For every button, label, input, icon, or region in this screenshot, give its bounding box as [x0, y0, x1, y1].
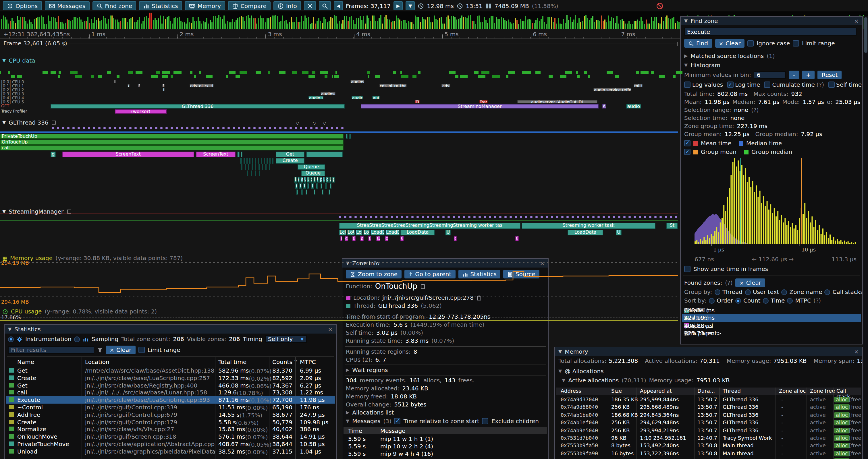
zone-bar[interactable]: U — [329, 177, 332, 183]
zone-bar[interactable] — [241, 164, 242, 170]
self-time-checkbox[interactable] — [828, 81, 834, 88]
zone-bar[interactable]: U — [304, 177, 306, 183]
zone-bar[interactable] — [114, 80, 116, 83]
collapse-icon[interactable]: ▼ — [346, 419, 349, 424]
prev-frame-button[interactable]: ◀ — [334, 1, 343, 10]
zone-bar[interactable]: Streaming worker task — [522, 223, 655, 229]
table-row[interactable]: OnTouchMovejni/../jni/src/guif/Screen.cp… — [6, 433, 335, 440]
table-row[interactable]: Executejni/../jni/src/claw/base/LuaScrip… — [6, 396, 335, 403]
lock-marker[interactable] — [339, 216, 341, 218]
zone-bar[interactable] — [247, 170, 248, 176]
zone-bar[interactable]: LoU — [363, 230, 370, 235]
zone-bar[interactable]: i — [313, 177, 316, 183]
alloc-callstack-button[interactable]: alloc — [834, 451, 849, 456]
zone-bar[interactable] — [272, 158, 273, 164]
zone-bar[interactable] — [325, 183, 327, 189]
zone-bar[interactable]: LoadDaU — [371, 230, 385, 235]
alloc-callstack-button[interactable]: alloc — [834, 397, 849, 402]
zone-bar[interactable]: aut — [372, 96, 380, 99]
column-header-zone-free[interactable]: Zone free — [810, 388, 835, 394]
filter-clear-button[interactable]: ×Clear — [106, 346, 135, 354]
lock-marker[interactable] — [176, 127, 178, 129]
toolbar-button-memory[interactable]: Memory — [185, 1, 225, 10]
zone-bar[interactable]: p — [319, 177, 322, 183]
zone-bar[interactable]: c — [454, 236, 457, 241]
zone-bar[interactable] — [255, 164, 256, 170]
lock-marker[interactable] — [411, 216, 413, 218]
zone-bar[interactable] — [258, 164, 260, 170]
zone-bar[interactable]: audiose — [320, 92, 336, 95]
lock-marker[interactable] — [207, 127, 209, 129]
lock-marker[interactable] — [484, 216, 486, 218]
table-row[interactable]: calljni/../jni/../../../src/claw/base/Lu… — [6, 389, 335, 396]
table-row[interactable]: Createjni/../jni/src/guif/Control.cpp:17… — [6, 418, 335, 426]
zone-bar[interactable]: E — [311, 183, 314, 189]
zone-bar[interactable] — [241, 152, 242, 157]
zone-bar[interactable] — [322, 190, 323, 195]
lock-marker[interactable] — [248, 127, 250, 129]
reset-button[interactable]: Reset — [818, 71, 842, 79]
allocation-row[interactable]: 0x7553b9fa9016 bytes153,722,396ns13:50.8… — [556, 450, 861, 458]
zone-bar[interactable]: c| — [360, 236, 364, 241]
stat-zone-name[interactable]: Create — [17, 375, 36, 381]
alloc-address[interactable]: 0x74a9d68040 — [561, 404, 598, 410]
sort-by-mtpc-radio[interactable] — [787, 298, 793, 303]
mean-time-checkbox[interactable] — [684, 140, 690, 146]
zone-bar[interactable] — [252, 158, 253, 164]
sampling-radio[interactable] — [74, 336, 80, 342]
lock-marker[interactable] — [453, 216, 455, 218]
lock-marker[interactable] — [561, 216, 563, 218]
help-marker[interactable]: (?) — [813, 297, 821, 304]
lock-marker[interactable] — [315, 127, 318, 129]
alloc-callstack-button[interactable]: alloc — [834, 404, 849, 410]
lock-marker[interactable] — [269, 127, 271, 129]
lock-marker[interactable] — [664, 216, 667, 218]
goto-frame-button[interactable] — [319, 1, 331, 10]
lock-marker[interactable] — [67, 127, 69, 129]
lock-marker[interactable] — [331, 127, 333, 129]
zone-bar[interactable]: Ti — [415, 100, 420, 103]
sort-by-order-radio[interactable] — [709, 298, 714, 303]
lock-marker[interactable] — [535, 216, 538, 218]
lock-marker[interactable] — [427, 216, 429, 218]
lock-marker[interactable] — [473, 216, 476, 218]
alloc-address[interactable]: 0x74a9d37040 — [561, 397, 598, 402]
alloc-callstack-button[interactable]: alloc — [834, 420, 849, 425]
close-icon[interactable]: × — [854, 349, 859, 355]
zone-bar[interactable]: LoadData — [400, 230, 435, 235]
toolbar-button-statistics[interactable]: Statistics — [139, 1, 182, 10]
lock-marker[interactable] — [258, 127, 261, 129]
lock-marker[interactable] — [520, 216, 522, 218]
lock-marker[interactable] — [628, 216, 631, 218]
tools-button[interactable] — [304, 1, 316, 10]
lock-marker[interactable] — [391, 216, 393, 218]
column-header-thread[interactable]: Thread — [723, 388, 741, 394]
lock-marker[interactable] — [437, 216, 439, 218]
zone-bar[interactable]: L — [294, 177, 297, 183]
allocation-row[interactable]: 0x74ab1ef040256 KB294,629,948ns13:50.7GL… — [556, 419, 861, 427]
lock-marker[interactable] — [295, 127, 297, 129]
lock-marker[interactable] — [608, 216, 610, 218]
box-icon[interactable] — [52, 120, 57, 125]
zone-bar[interactable] — [237, 152, 240, 157]
lock-marker[interactable] — [515, 216, 517, 218]
lock-marker[interactable] — [320, 127, 323, 129]
collapse-icon[interactable]: ▼ — [2, 58, 6, 63]
lock-marker[interactable] — [406, 216, 408, 218]
stat-zone-name[interactable]: PrivateTouchMove — [17, 441, 69, 447]
zone-bar[interactable] — [329, 190, 330, 195]
lock-marker[interactable] — [504, 216, 507, 218]
lock-marker[interactable] — [284, 127, 287, 129]
lock-marker[interactable] — [530, 216, 532, 218]
zone-bar[interactable]: E — [162, 88, 165, 91]
allocation-row[interactable]: 0x74ab9e5040256 KB293,994,219ns13:50.7GL… — [556, 427, 861, 435]
table-row[interactable]: Get/mnt/e/claw/src/claw/base/AssetDict.h… — [6, 367, 335, 374]
free-callstack-link[interactable]: [free] — [849, 420, 863, 425]
zone-bar[interactable] — [258, 158, 259, 164]
lock-marker[interactable] — [633, 216, 636, 218]
lock-marker[interactable] — [525, 216, 527, 218]
message-marker[interactable]: ▽ — [296, 121, 299, 126]
lock-marker[interactable] — [78, 127, 80, 129]
lock-marker[interactable] — [365, 216, 367, 218]
zone-bar[interactable]: audioserver (AudioOut_D) — [517, 100, 597, 103]
